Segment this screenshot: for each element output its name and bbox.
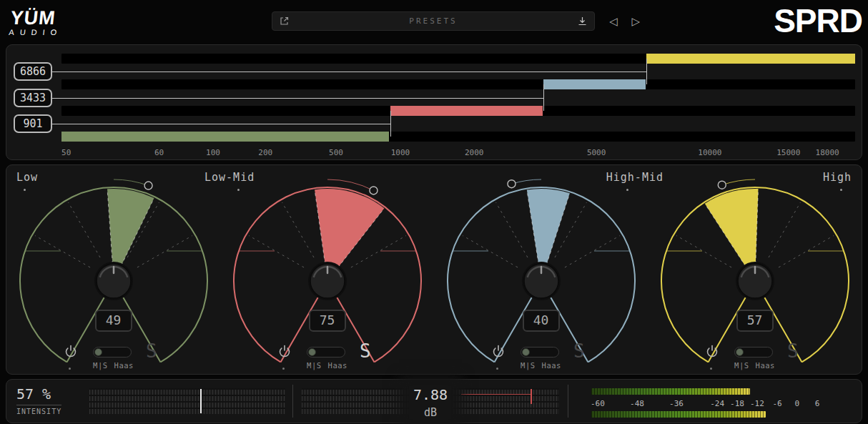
- band-module-low: Low49SM|SHaas: [6, 165, 220, 374]
- stereo-width-dial[interactable]: [648, 165, 862, 365]
- power-icon[interactable]: [705, 344, 719, 358]
- band-controls: S: [648, 344, 862, 361]
- solo-button[interactable]: S: [360, 340, 371, 362]
- gain-readout: 7.88 dB: [409, 386, 452, 419]
- power-icon[interactable]: [64, 344, 78, 358]
- crossover-freq-3433[interactable]: 3433: [14, 89, 52, 107]
- mode-labels: M|SHaas: [6, 361, 220, 370]
- intensity-marker[interactable]: [200, 389, 202, 413]
- ms-mode-label[interactable]: M|S: [521, 361, 535, 370]
- ms-mode-label[interactable]: M|S: [734, 361, 749, 370]
- band-controls: S: [434, 344, 648, 361]
- crossover-hline: [52, 124, 390, 124]
- solo-button[interactable]: S: [573, 340, 585, 362]
- toggle-knob[interactable]: [308, 348, 316, 356]
- meter-scale-label: 0: [795, 399, 800, 408]
- next-preset-button[interactable]: ▷: [632, 15, 641, 28]
- dial-tick: [137, 236, 192, 268]
- stereo-width-dial[interactable]: [220, 165, 435, 365]
- stereo-width-dial[interactable]: [6, 165, 221, 365]
- ms-haas-toggle[interactable]: [734, 347, 773, 358]
- brand-name: YÜM: [9, 7, 65, 29]
- crossover-hline: [52, 98, 543, 99]
- dial-handle[interactable]: [507, 180, 515, 188]
- solo-button[interactable]: S: [146, 340, 157, 362]
- crossover-vline[interactable]: [390, 111, 391, 137]
- band-name-label: Low: [16, 171, 38, 184]
- crossover-hline: [52, 72, 646, 72]
- toggle-knob[interactable]: [522, 348, 530, 356]
- dial-handle[interactable]: [144, 182, 152, 189]
- band-led: [840, 189, 842, 191]
- solo-button[interactable]: S: [787, 340, 799, 362]
- ms-haas-toggle[interactable]: [93, 347, 132, 358]
- meter-bar-left: [591, 388, 750, 395]
- stereo-width-dial[interactable]: [434, 165, 648, 365]
- gain-section: 7.88 dB: [293, 380, 568, 423]
- power-led: [282, 368, 285, 370]
- preset-name-label: PRESETS: [272, 16, 594, 26]
- meter-scale-label: -18: [730, 399, 744, 408]
- yum-audio-logo: YÜM AUDIO: [9, 7, 65, 36]
- power-icon[interactable]: [491, 344, 505, 358]
- power-icon[interactable]: [277, 344, 292, 358]
- dial-tick: [495, 202, 528, 257]
- dial-handle[interactable]: [369, 187, 377, 194]
- width-value[interactable]: 49: [95, 310, 132, 332]
- mode-labels: M|SHaas: [648, 361, 862, 370]
- band-led: [237, 189, 240, 191]
- width-value[interactable]: 40: [523, 310, 560, 332]
- crossover-freq-6866[interactable]: 6866: [14, 62, 52, 81]
- frequency-splitter: 5060100200500100020005000100001500018000…: [6, 44, 862, 160]
- haas-mode-label[interactable]: Haas: [542, 361, 561, 370]
- haas-mode-label[interactable]: Haas: [328, 361, 347, 370]
- intensity-section: 57 % INTENSITY: [6, 380, 292, 423]
- ms-haas-toggle[interactable]: [307, 347, 345, 358]
- band-name-label: Low-Mid: [204, 171, 255, 184]
- intensity-value: 57 %: [16, 385, 82, 403]
- meter-scale-label: -24: [710, 399, 724, 408]
- haas-mode-label[interactable]: Haas: [114, 361, 134, 370]
- toggle-knob[interactable]: [736, 348, 744, 356]
- dial-tick: [778, 236, 833, 268]
- dial-tick: [676, 236, 731, 268]
- dial-tick: [68, 202, 100, 257]
- crossover-freq-901[interactable]: 901: [14, 114, 52, 133]
- width-dials-section: Low49SM|SHaasLow-Mid75SM|SHaasHigh-Mid40…: [6, 164, 862, 375]
- dial-tick: [769, 202, 801, 257]
- haas-mode-label[interactable]: Haas: [756, 361, 775, 370]
- toggle-knob[interactable]: [94, 348, 102, 356]
- meter-scale-label: -60: [591, 399, 605, 408]
- dial-tick: [463, 236, 518, 268]
- gain-marker[interactable]: [531, 389, 532, 404]
- crossover-vline[interactable]: [646, 59, 647, 84]
- output-meter: -60-48-36-24-18-12-606: [568, 380, 862, 423]
- meter-scale-label: -12: [750, 399, 764, 408]
- sprd-logo: SPRD: [774, 1, 862, 40]
- band-name-label: High: [823, 171, 852, 184]
- width-value[interactable]: 57: [736, 310, 774, 332]
- meter-scale: -60-48-36-24-18-12-606: [591, 399, 837, 409]
- meter-scale-label: 6: [815, 399, 820, 408]
- ms-mode-label[interactable]: M|S: [93, 361, 107, 370]
- intensity-slider[interactable]: [89, 388, 285, 414]
- gain-indicator-line: [461, 394, 531, 395]
- ms-haas-toggle[interactable]: [521, 347, 559, 358]
- dial-tick: [564, 236, 619, 268]
- band-module-high: High57SM|SHaas: [648, 165, 862, 374]
- dial-handle[interactable]: [718, 181, 726, 189]
- crossover-layer: 68663433901: [6, 45, 862, 159]
- gain-unit: dB: [413, 406, 448, 419]
- intensity-label: INTENSITY: [16, 405, 61, 415]
- band-name-label: High-Mid: [606, 171, 664, 184]
- power-led: [496, 368, 498, 370]
- prev-preset-button[interactable]: ◁: [609, 15, 618, 28]
- width-value[interactable]: 75: [309, 310, 346, 332]
- meter-scale-label: -48: [630, 399, 644, 408]
- gain-slider[interactable]: 7.88 dB: [302, 388, 559, 414]
- band-led: [24, 189, 26, 191]
- ms-mode-label[interactable]: M|S: [307, 361, 321, 370]
- preset-bar[interactable]: PRESETS: [272, 11, 595, 31]
- crossover-vline[interactable]: [543, 84, 544, 111]
- gain-value: 7.88: [413, 386, 448, 403]
